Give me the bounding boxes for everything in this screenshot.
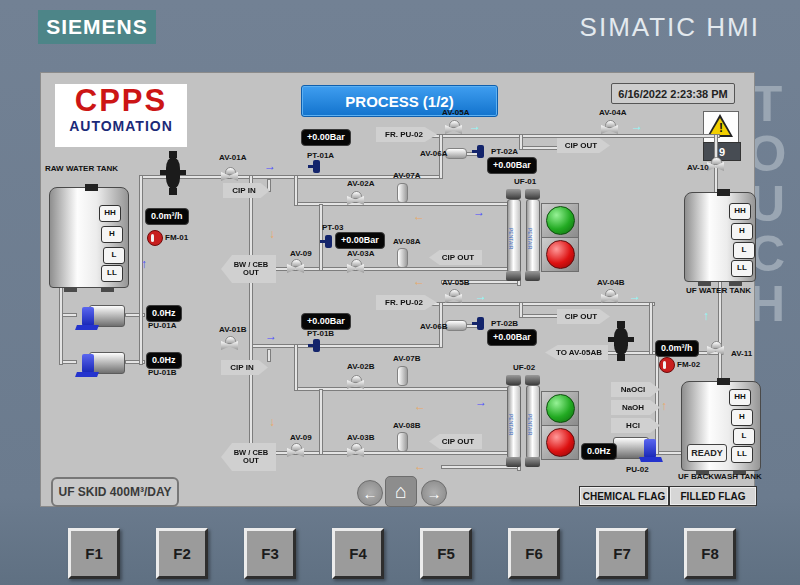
transmitter-label: PT-01B — [307, 329, 334, 338]
pipe — [521, 314, 563, 318]
f5-key[interactable]: F5 — [420, 528, 472, 579]
valve-label: AV-08A — [393, 237, 420, 246]
valve-av09-bottom[interactable] — [287, 443, 305, 457]
valve-av05b[interactable] — [445, 289, 463, 303]
uf-water-tank-label: UF WATER TANK — [686, 286, 751, 295]
simatic-hmi-label: SIMATIC HMI — [580, 12, 760, 43]
flow-arrow: ← — [413, 276, 425, 286]
transmitter-label: PT-02A — [491, 147, 518, 156]
pipe — [319, 204, 323, 271]
valve-av06a[interactable] — [445, 148, 467, 159]
strainer-icon — [613, 321, 629, 361]
fr-pu02-flag: FR. PU-02 — [376, 295, 437, 310]
pipe — [249, 175, 253, 455]
cpps-logo: CPPS AUTOMATION — [55, 84, 187, 147]
naoh-flag: NaOH — [611, 400, 660, 415]
valve-label: AV-01A — [219, 153, 246, 162]
pump-pu02[interactable] — [613, 435, 663, 462]
valve-label: AV-05B — [442, 278, 469, 287]
flow-meter-icon[interactable] — [147, 230, 163, 246]
valve-av04b[interactable] — [601, 289, 619, 303]
pump-pu01a[interactable] — [75, 303, 125, 330]
cip-out-flag: CIP OUT — [429, 434, 482, 449]
valve-av03b[interactable] — [347, 443, 365, 457]
valve-av03a[interactable] — [347, 259, 365, 273]
pipe — [429, 134, 720, 138]
tank-fitting — [717, 189, 730, 196]
pipe — [294, 175, 298, 206]
f8-key[interactable]: F8 — [684, 528, 736, 579]
valve-av07b[interactable] — [397, 366, 408, 386]
valve-av02a[interactable] — [347, 191, 365, 205]
pressure-transmitter-icon[interactable] — [325, 235, 332, 248]
flow-meter-icon[interactable] — [659, 357, 675, 373]
f3-key[interactable]: F3 — [244, 528, 296, 579]
f6-key[interactable]: F6 — [508, 528, 560, 579]
valve-av10[interactable] — [707, 157, 725, 171]
pressure-display: +0.00Bar — [487, 157, 537, 174]
chemical-flag-button[interactable]: CHEMICAL FLAG — [579, 486, 669, 506]
flow-arrow: ↓ — [269, 229, 275, 239]
pressure-transmitter-icon[interactable] — [313, 339, 320, 352]
alarm-warning-icon[interactable]: ! — [703, 111, 739, 144]
bw-ceb-out-flag: BW / CEB OUT — [221, 255, 276, 283]
nav-forward-button[interactable]: → — [421, 480, 447, 506]
valve-av11[interactable] — [707, 341, 725, 355]
pressure-display: +0.00Bar — [301, 129, 351, 146]
pressure-transmitter-icon[interactable] — [313, 160, 320, 173]
f4-key[interactable]: F4 — [332, 528, 384, 579]
pressure-display: +0.00Bar — [301, 313, 351, 330]
valve-label: AV-09 — [290, 249, 312, 258]
valve-av07a[interactable] — [397, 183, 408, 203]
pipe — [296, 202, 521, 206]
run-indicator-green — [541, 391, 579, 426]
uf-membrane-unit-uf01[interactable]: PENTAIR PENTAIR — [505, 189, 541, 281]
valve-label: AV-11 — [731, 349, 752, 358]
valve-av06b[interactable] — [445, 320, 467, 331]
uf-membrane-unit-uf02[interactable]: PENTAIR PENTAIR — [505, 375, 541, 467]
flow-arrow: ↑ — [661, 401, 667, 411]
pipe — [319, 389, 323, 455]
valve-label: AV-07A — [393, 171, 420, 180]
valve-av01b[interactable] — [221, 336, 239, 350]
level-indicator-hh: HH — [729, 203, 751, 220]
pipe — [267, 349, 271, 362]
f2-key[interactable]: F2 — [156, 528, 208, 579]
flow-arrow: ↑ — [141, 259, 147, 269]
frequency-display: 0.0Hz — [146, 352, 182, 369]
cip-out-flag: CIP OUT — [557, 138, 610, 153]
valve-av08a[interactable] — [397, 248, 408, 268]
pressure-display: +0.00Bar — [335, 232, 385, 249]
valve-av02b[interactable] — [347, 375, 365, 389]
f1-key[interactable]: F1 — [68, 528, 120, 579]
pressure-transmitter-icon[interactable] — [477, 145, 484, 158]
cpps-logo-subtext: AUTOMATION — [55, 118, 187, 134]
ready-status-button[interactable]: READY — [687, 444, 727, 462]
valve-label: AV-04A — [599, 108, 626, 117]
frequency-display: 0.0Hz — [581, 443, 617, 460]
valve-label: AV-03A — [347, 249, 374, 258]
nav-home-button[interactable]: ⌂ — [385, 476, 417, 507]
flow-arrow: → — [475, 291, 487, 301]
level-indicator-h: H — [731, 409, 753, 426]
pressure-transmitter-icon[interactable] — [477, 317, 484, 330]
flow-display: 0.0m³/h — [655, 340, 699, 357]
filled-flag-button[interactable]: FILLED FLAG — [669, 486, 757, 506]
valve-label: AV-02B — [347, 362, 374, 371]
pipe — [59, 286, 63, 365]
f7-key[interactable]: F7 — [596, 528, 648, 579]
valve-av09-top[interactable] — [287, 259, 305, 273]
to-av05ab-flag: TO AV-05AB — [545, 345, 608, 360]
valve-av01a[interactable] — [221, 167, 239, 181]
valve-label: AV-03B — [347, 433, 374, 442]
flow-arrow: ← — [414, 461, 426, 471]
bw-ceb-out-flag: BW / CEB OUT — [221, 443, 276, 471]
pump-pu01b[interactable] — [75, 350, 125, 377]
nav-back-button[interactable]: ← — [357, 480, 383, 506]
valve-av04a[interactable] — [601, 120, 619, 134]
valve-av05a[interactable] — [445, 120, 463, 134]
flow-arrow: → — [631, 121, 643, 131]
valve-av08b[interactable] — [397, 432, 408, 452]
valve-label: AV-06A — [420, 149, 447, 158]
siemens-logo: SIEMENS — [38, 10, 156, 44]
